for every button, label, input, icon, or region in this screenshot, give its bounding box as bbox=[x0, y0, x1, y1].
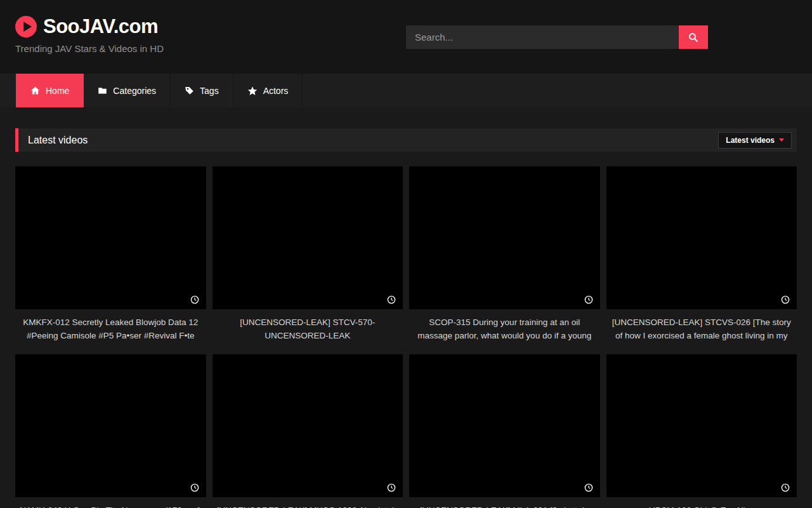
video-thumbnail[interactable] bbox=[409, 166, 600, 309]
folder-icon bbox=[98, 86, 107, 95]
video-thumbnail[interactable] bbox=[15, 166, 206, 309]
nav-label: Home bbox=[46, 86, 69, 96]
video-title[interactable]: NAMH-042 H Cup Big Tits Newcomer (170cm … bbox=[15, 504, 206, 508]
video-title[interactable]: KMKFX-012 Secretly Leaked Blowjob Data 1… bbox=[15, 316, 206, 342]
star-icon bbox=[247, 86, 258, 96]
nav-item-tags[interactable]: Tags bbox=[171, 74, 233, 107]
video-title[interactable]: URSM-186 Girl @ Era Alice bbox=[606, 504, 797, 508]
video-card: [UNCENSORED-LEAK] MXGS-1206 Absolutely bbox=[213, 354, 403, 508]
video-card: [UNCENSORED-LEAK] MLA-231 [3 shots in bbox=[409, 354, 600, 508]
site-tagline: Trending JAV Stars & Videos in HD bbox=[15, 43, 164, 54]
nav-label: Actors bbox=[263, 86, 289, 96]
video-card: KMKFX-012 Secretly Leaked Blowjob Data 1… bbox=[15, 166, 206, 342]
video-title[interactable]: [UNCENSORED-LEAK] STCV-570-UNCENSORED-LE… bbox=[213, 316, 403, 342]
video-card: NAMH-042 H Cup Big Tits Newcomer (170cm … bbox=[15, 354, 206, 508]
video-card: [UNCENSORED-LEAK] STCVS-026 [The story o… bbox=[606, 166, 797, 342]
clock-icon bbox=[781, 295, 790, 304]
section-header: Latest videos Latest videos bbox=[15, 128, 797, 152]
video-title[interactable]: [UNCENSORED-LEAK] STCVS-026 [The story o… bbox=[606, 316, 797, 342]
home-icon bbox=[30, 86, 40, 95]
site-title: SooJAV.com bbox=[43, 15, 158, 38]
nav-label: Tags bbox=[200, 86, 219, 96]
video-thumbnail[interactable] bbox=[409, 354, 600, 497]
clock-icon bbox=[387, 295, 396, 304]
clock-icon bbox=[387, 483, 396, 492]
search-input[interactable] bbox=[406, 25, 679, 49]
play-circle-icon bbox=[15, 16, 37, 37]
video-card: SCOP-315 During your training at an oil … bbox=[409, 166, 600, 342]
clock-icon bbox=[584, 295, 593, 304]
site-header: SooJAV.com Trending JAV Stars & Videos i… bbox=[0, 0, 812, 74]
nav-item-categories[interactable]: Categories bbox=[84, 74, 171, 107]
section-title: Latest videos bbox=[18, 135, 88, 146]
nav-item-actors[interactable]: Actors bbox=[233, 74, 303, 107]
clock-icon bbox=[584, 483, 593, 492]
nav-label: Categories bbox=[113, 86, 156, 96]
video-thumbnail[interactable] bbox=[213, 166, 403, 309]
clock-icon bbox=[781, 483, 790, 492]
caret-down-icon bbox=[779, 138, 784, 142]
video-card: URSM-186 Girl @ Era Alice bbox=[606, 354, 797, 508]
search-button[interactable] bbox=[679, 25, 708, 49]
tag-icon bbox=[185, 86, 194, 95]
video-thumbnail[interactable] bbox=[606, 166, 797, 309]
video-title[interactable]: [UNCENSORED-LEAK] MXGS-1206 Absolutely bbox=[213, 504, 403, 508]
video-card: [UNCENSORED-LEAK] STCV-570-UNCENSORED-LE… bbox=[213, 166, 403, 342]
main-nav: Home Categories Tags Actors bbox=[0, 74, 812, 107]
sort-dropdown[interactable]: Latest videos bbox=[718, 132, 792, 149]
video-thumbnail[interactable] bbox=[15, 354, 206, 497]
clock-icon bbox=[190, 295, 199, 304]
video-thumbnail[interactable] bbox=[213, 354, 403, 497]
sort-dropdown-label: Latest videos bbox=[726, 136, 775, 145]
video-thumbnail[interactable] bbox=[606, 354, 797, 497]
site-logo[interactable]: SooJAV.com bbox=[15, 15, 164, 38]
clock-icon bbox=[190, 483, 199, 492]
video-title[interactable]: [UNCENSORED-LEAK] MLA-231 [3 shots in bbox=[409, 504, 600, 508]
main-content: Latest videos Latest videos KMKFX-012 Se… bbox=[15, 128, 797, 508]
search-form bbox=[406, 25, 708, 49]
video-title[interactable]: SCOP-315 During your training at an oil … bbox=[409, 316, 600, 342]
magnifier-icon bbox=[688, 32, 699, 43]
nav-item-home[interactable]: Home bbox=[16, 74, 84, 107]
video-grid: KMKFX-012 Secretly Leaked Blowjob Data 1… bbox=[15, 166, 797, 508]
